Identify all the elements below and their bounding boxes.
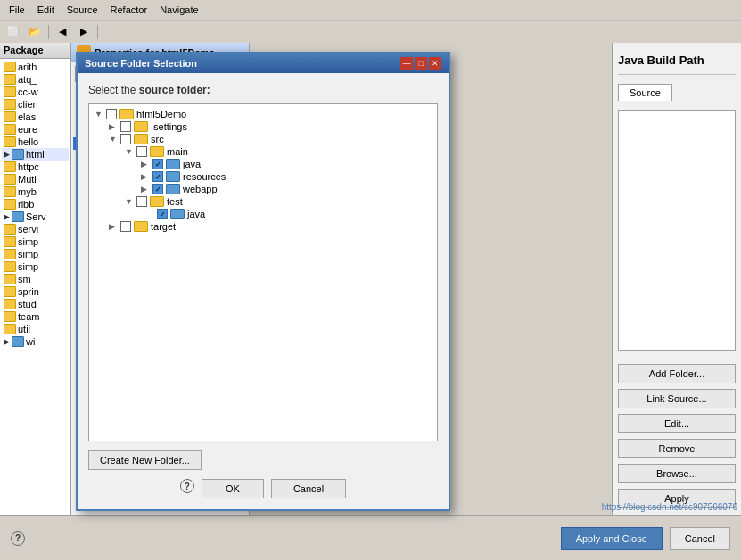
folder-icon-main (150, 146, 164, 157)
list-item[interactable]: servi (2, 223, 69, 235)
link-source-button[interactable]: Link Source... (618, 389, 736, 408)
toolbar-btn-new[interactable]: ⬜ (4, 23, 23, 41)
folder-icon (4, 111, 16, 122)
checkbox-java-test[interactable]: ✓ (157, 209, 168, 219)
tree-item-resources[interactable]: ▶ ✓ resources (93, 170, 433, 183)
tree-item-test[interactable]: ▼ test (93, 195, 433, 208)
add-folder-button[interactable]: Add Folder... (618, 364, 736, 383)
tab-source[interactable]: Source (618, 84, 672, 101)
tree-item-webapp[interactable]: ▶ ✓ webapp (93, 183, 433, 195)
folder-icon-blue (12, 336, 24, 347)
list-item[interactable]: simp (2, 235, 69, 248)
create-new-folder-button[interactable]: Create New Folder... (88, 450, 202, 470)
eclipse-window: File Edit Source Refactor Navigate ⬜ 📂 ◀… (0, 0, 741, 560)
checkbox-src[interactable] (120, 134, 131, 144)
list-item[interactable]: ▶ Serv (2, 210, 69, 223)
list-item[interactable]: team (2, 310, 69, 323)
tree-item-java-test[interactable]: ✓ java (93, 208, 433, 220)
tree-label: .settings (151, 121, 187, 132)
right-panel-title: Java Build Path (618, 50, 736, 75)
toolbar-btn-back[interactable]: ◀ (53, 23, 72, 41)
toolbar-btn-forward[interactable]: ▶ (74, 23, 94, 41)
tree-item-java-main[interactable]: ▶ ✓ java (93, 158, 433, 170)
list-item[interactable]: eure (2, 123, 69, 136)
folder-icon-settings (134, 121, 148, 132)
list-item[interactable]: clien (2, 98, 69, 111)
folder-icon (4, 324, 16, 334)
dialog-title: Source Folder Selection (85, 58, 197, 69)
bottom-toolbar: ? Apply and Close Cancel (0, 515, 741, 560)
list-item[interactable]: simp (2, 260, 69, 273)
checkbox-settings[interactable] (120, 121, 131, 132)
folder-icon (4, 249, 16, 259)
checkbox-main[interactable] (136, 146, 147, 157)
list-item[interactable]: elas (2, 111, 69, 123)
checkbox-test[interactable] (136, 196, 147, 207)
dialog-maximize-btn[interactable]: □ (415, 57, 427, 70)
list-item[interactable]: atq_ (2, 73, 69, 86)
list-item[interactable]: simp (2, 248, 69, 260)
list-item[interactable]: util (2, 323, 69, 335)
toolbar-btn-open[interactable]: 📂 (25, 23, 45, 41)
tabs-area: Source (618, 84, 736, 101)
folder-icon-test (150, 196, 164, 207)
tree-item-target[interactable]: ▶ target (93, 220, 433, 233)
folder-icon (4, 161, 16, 172)
right-action-panel: Java Build Path Source Add Folder... Lin… (612, 43, 741, 515)
folder-icon (4, 62, 16, 72)
tree-label: webapp (183, 184, 218, 194)
list-item[interactable]: arith (2, 61, 69, 73)
list-item[interactable]: sm (2, 273, 69, 285)
folder-icon (4, 136, 16, 147)
tree-item-main[interactable]: ▼ main (93, 145, 433, 158)
folder-icon-target (134, 221, 148, 232)
list-item[interactable]: ribb (2, 198, 69, 210)
menu-edit[interactable]: Edit (32, 3, 60, 17)
toolbar: ⬜ 📂 ◀ ▶ (0, 20, 741, 43)
browse-button[interactable]: Browse... (618, 464, 736, 483)
tree-item-src[interactable]: ▼ src (93, 133, 433, 145)
bottom-cancel-button[interactable]: Cancel (670, 527, 730, 550)
dialog-minimize-btn[interactable]: — (400, 57, 413, 70)
list-item[interactable]: cc-w (2, 86, 69, 98)
tree-label: html5Demo (136, 109, 186, 119)
folder-icon (4, 299, 16, 309)
help-icon[interactable]: ? (180, 479, 194, 493)
folder-icon-java-test (170, 209, 185, 219)
dialog-close-btn[interactable]: ✕ (429, 57, 441, 70)
menu-source[interactable]: Source (62, 3, 103, 17)
cancel-button[interactable]: Cancel (271, 479, 346, 498)
tree-item-settings[interactable]: ▶ .settings (93, 120, 433, 133)
remove-button[interactable]: Remove (618, 439, 736, 458)
folder-icon (4, 236, 16, 247)
folder-icon (4, 311, 16, 322)
menu-bar: File Edit Source Refactor Navigate (0, 0, 741, 20)
list-item[interactable]: Muti (2, 173, 69, 185)
folder-icon (4, 74, 16, 85)
ok-button[interactable]: OK (202, 479, 264, 498)
menu-file[interactable]: File (4, 3, 30, 17)
apply-and-close-button[interactable]: Apply and Close (561, 527, 663, 550)
bottom-help-icon[interactable]: ? (11, 531, 25, 546)
dialog-instruction: Select the source folder: (88, 84, 438, 96)
checkbox-target[interactable] (120, 221, 131, 232)
list-item[interactable]: ▶ wi (2, 335, 69, 348)
list-item[interactable]: myb (2, 185, 69, 198)
list-item[interactable]: hello (2, 136, 69, 148)
list-item[interactable]: stud (2, 298, 69, 310)
list-item[interactable]: sprin (2, 285, 69, 298)
checkbox-java-main[interactable]: ✓ (152, 159, 163, 169)
chevron-right-icon: ▶ (109, 122, 118, 131)
checkbox-webapp[interactable]: ✓ (152, 184, 163, 194)
checkbox-resources[interactable]: ✓ (152, 171, 163, 182)
edit-button[interactable]: Edit... (618, 414, 736, 433)
folder-icon-html5demo (119, 109, 134, 119)
list-item[interactable]: ▶ html (2, 148, 69, 161)
tree-label: java (183, 159, 201, 169)
checkbox-html5demo[interactable] (106, 109, 117, 119)
list-item[interactable]: httpc (2, 161, 69, 173)
menu-navigate[interactable]: Navigate (154, 3, 203, 17)
menu-refactor[interactable]: Refactor (105, 3, 153, 17)
tree-item-html5demo[interactable]: ▼ html5Demo (93, 108, 433, 120)
dialog-ok-cancel-area: ? OK Cancel (88, 479, 438, 498)
